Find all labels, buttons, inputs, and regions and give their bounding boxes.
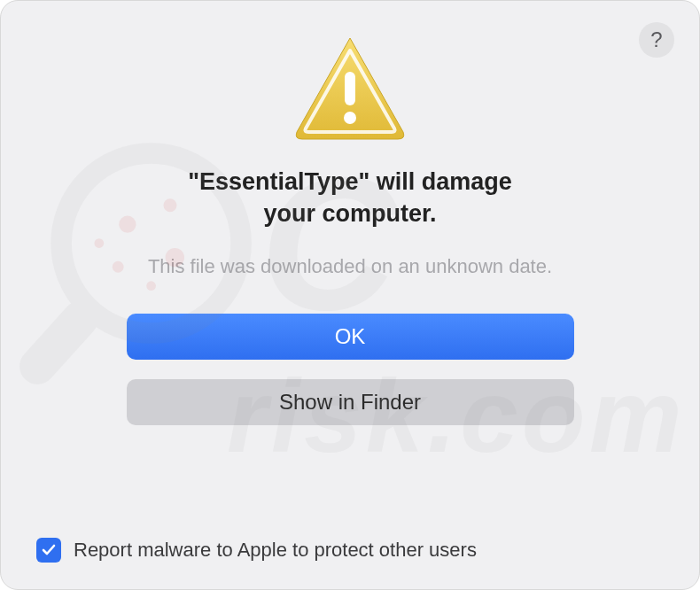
svg-line-1 <box>37 319 80 366</box>
svg-point-3 <box>163 198 176 212</box>
button-group: OK Show in Finder <box>127 314 574 425</box>
svg-point-7 <box>94 238 104 248</box>
report-malware-label: Report malware to Apple to protect other… <box>74 539 477 562</box>
report-malware-row: Report malware to Apple to protect other… <box>36 538 477 563</box>
title-line-1: "EssentialType" will damage <box>188 168 512 195</box>
ok-button[interactable]: OK <box>127 314 574 360</box>
svg-point-2 <box>119 216 136 233</box>
title-line-2: your computer. <box>263 200 436 227</box>
help-button[interactable]: ? <box>639 22 674 58</box>
svg-point-6 <box>146 281 156 291</box>
svg-rect-10 <box>345 72 355 105</box>
warning-icon <box>292 35 408 141</box>
svg-point-11 <box>344 112 356 124</box>
dialog-subtitle: This file was downloaded on an unknown d… <box>148 255 552 278</box>
svg-point-4 <box>113 261 124 273</box>
show-in-finder-button[interactable]: Show in Finder <box>127 379 574 425</box>
help-icon: ? <box>650 27 662 52</box>
checkmark-icon <box>41 542 57 558</box>
report-malware-checkbox[interactable] <box>36 538 61 563</box>
alert-dialog: C risk.com ? "EssentialType" will damage… <box>0 0 700 590</box>
dialog-title: "EssentialType" will damage your compute… <box>188 166 512 230</box>
